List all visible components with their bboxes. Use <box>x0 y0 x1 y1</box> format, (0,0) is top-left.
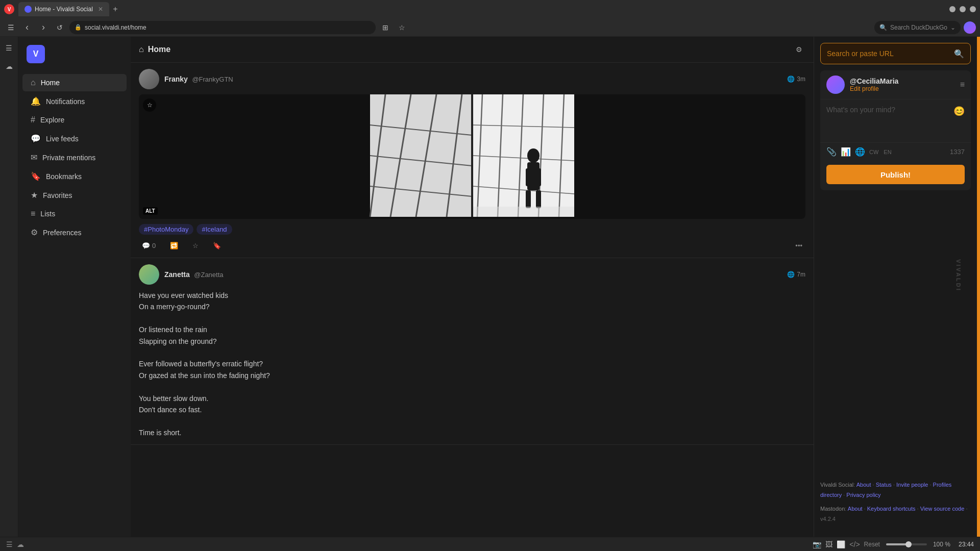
feed-home-icon: ⌂ <box>139 45 144 54</box>
sidebar-item-explore[interactable]: # Explore <box>22 111 127 129</box>
back-button[interactable]: ‹ <box>20 21 34 34</box>
compose-placeholder-text: What's on your mind? <box>826 106 895 114</box>
post-handle-franky: @FrankyGTN <box>192 76 233 83</box>
alt-badge[interactable]: ALT <box>143 207 158 215</box>
footer-vivaldi-social: Vivaldi Social <box>820 482 853 488</box>
post-hashtags-franky: #PhotoMonday #Iceland <box>139 224 805 235</box>
status-code-icon[interactable]: </> <box>849 540 860 548</box>
svg-rect-22 <box>526 168 530 186</box>
tab-close-icon[interactable]: ✕ <box>98 6 103 13</box>
forward-button[interactable]: › <box>37 21 50 34</box>
private-mentions-icon: ✉ <box>31 153 37 162</box>
post-username-franky[interactable]: Franky <box>164 75 188 83</box>
footer-about-link[interactable]: About <box>856 482 871 488</box>
address-bar[interactable]: 🔒 social.vivaldi.net/home <box>69 21 376 34</box>
sidebar-item-home[interactable]: ⌂ Home <box>22 74 127 91</box>
status-sidebar-icon[interactable]: ☰ <box>6 540 13 548</box>
footer-mastodon-about-link[interactable]: About <box>848 506 863 512</box>
minimize-button[interactable] <box>949 6 955 12</box>
compose-area[interactable]: What's on your mind? 😊 <box>820 99 971 142</box>
hashtag-photomonday[interactable]: #PhotoMonday <box>139 224 193 235</box>
right-panel: 🔍 @CeciliaMaria Edit profile ≡ <box>814 37 977 537</box>
post-image-franky <box>139 94 805 217</box>
status-time: 23:44 <box>959 541 974 548</box>
sidebar-label-explore: Explore <box>40 116 64 124</box>
panel-cloud-icon[interactable]: ☁ <box>2 59 16 73</box>
globe-icon: 🌐 <box>787 76 795 83</box>
hashtag-iceland[interactable]: #Iceland <box>197 224 232 235</box>
sidebar-label-lists: Lists <box>40 210 55 218</box>
profile-compose-card: @CeciliaMaria Edit profile ≡ What's on y… <box>820 70 971 190</box>
bookmark-button[interactable]: ☆ <box>395 21 408 34</box>
profile-menu-button[interactable]: ≡ <box>960 80 965 89</box>
app-logo: V <box>27 45 45 63</box>
post-time-text-zanetta: 7m <box>797 271 805 278</box>
bookmark-button-franky[interactable]: 🔖 <box>210 240 224 252</box>
cw-button[interactable]: CW <box>869 149 878 155</box>
sidebar-toggle-button[interactable]: ☰ <box>4 21 17 34</box>
panel-sidebar-icon[interactable]: ☰ <box>2 41 16 55</box>
sidebar-label-home: Home <box>41 79 60 87</box>
emoji-button[interactable]: 😊 <box>953 106 965 117</box>
attach-icon[interactable]: 📎 <box>826 147 837 157</box>
post-card-franky: Franky @FrankyGTN 🌐 3m ☆ <box>131 63 814 258</box>
vivaldi-logo: V <box>4 4 14 14</box>
publish-button[interactable]: Publish! <box>826 165 965 184</box>
browser-search-bar[interactable]: 🔍 Search DuckDuckGo ⌄ <box>874 21 961 34</box>
sidebar-item-bookmarks[interactable]: 🔖 Bookmarks <box>22 167 127 185</box>
footer-source-link[interactable]: View source code <box>920 506 965 512</box>
maximize-button[interactable] <box>960 6 966 12</box>
star-icon: ☆ <box>192 242 199 249</box>
post-text-zanetta: Have you ever watched kids On a merry-go… <box>139 290 805 438</box>
status-screenshot-icon[interactable]: 📷 <box>813 540 821 548</box>
chart-icon[interactable]: 📊 <box>841 147 851 157</box>
home-icon: ⌂ <box>31 78 36 87</box>
profile-header-row: @CeciliaMaria Edit profile ≡ <box>820 70 971 99</box>
reset-label[interactable]: Reset <box>864 541 880 548</box>
globe-compose-icon[interactable]: 🌐 <box>855 147 865 157</box>
grid-button[interactable]: ⊞ <box>379 21 392 34</box>
status-image-icon[interactable]: 🖼 <box>825 540 832 548</box>
profile-avatar <box>826 76 845 94</box>
zoom-slider-thumb[interactable] <box>905 541 912 547</box>
svg-rect-20 <box>526 190 531 208</box>
sidebar-item-notifications[interactable]: 🔔 Notifications <box>22 92 127 110</box>
status-cloud-icon[interactable]: ☁ <box>17 540 24 548</box>
footer-privacy-link[interactable]: Privacy policy <box>846 492 880 498</box>
search-input[interactable] <box>827 49 950 58</box>
footer-invite-link[interactable]: Invite people <box>896 482 928 488</box>
sidebar-item-live-feeds[interactable]: 💬 Live feeds <box>22 130 127 147</box>
status-bar: ☰ ☁ 📷 🖼 ⬜ </> Reset 100 % 23:44 <box>0 537 980 551</box>
post-username-zanetta[interactable]: Zanetta <box>164 270 190 279</box>
sidebar-item-favorites[interactable]: ★ Favorites <box>22 186 127 204</box>
search-box[interactable]: 🔍 <box>820 43 971 64</box>
footer-status-link[interactable]: Status <box>876 482 892 488</box>
close-button[interactable] <box>970 6 976 12</box>
browser-profile-avatar[interactable] <box>964 21 976 34</box>
footer-keyboard-link[interactable]: Keyboard shortcuts <box>867 506 916 512</box>
post-time-franky: 🌐 3m <box>787 76 805 83</box>
new-tab-button[interactable]: + <box>109 3 121 15</box>
profile-edit-link[interactable]: Edit profile <box>850 85 898 92</box>
en-button[interactable]: EN <box>884 149 891 155</box>
active-tab[interactable]: Home - Vivaldi Social ✕ <box>18 2 109 16</box>
sidebar-item-private-mentions[interactable]: ✉ Private mentions <box>22 148 127 166</box>
post-header-franky: Franky @FrankyGTN 🌐 3m <box>139 69 805 89</box>
sidebar-item-preferences[interactable]: ⚙ Preferences <box>22 223 127 241</box>
refresh-button[interactable]: ↺ <box>53 21 66 34</box>
more-button-franky[interactable]: ••• <box>792 240 805 252</box>
chevron-down-icon[interactable]: ⌄ <box>950 24 955 31</box>
tab-bar: Home - Vivaldi Social ✕ + <box>18 2 947 16</box>
zoom-slider[interactable] <box>886 543 927 545</box>
svg-rect-24 <box>473 207 574 217</box>
boost-button-franky[interactable]: 🔁 <box>167 240 181 252</box>
profile-handle[interactable]: @CeciliaMaria <box>850 77 898 85</box>
lock-icon: 🔒 <box>75 24 82 31</box>
favorite-button-franky[interactable]: ☆ <box>189 240 202 252</box>
feed-settings-button[interactable]: ⚙ <box>792 43 805 56</box>
comment-button-franky[interactable]: 💬 0 <box>139 240 159 252</box>
sidebar-item-lists[interactable]: ≡ Lists <box>22 205 127 222</box>
status-window-icon[interactable]: ⬜ <box>837 540 845 548</box>
sidebar-label-favorites: Favorites <box>43 191 72 199</box>
bookmark-overlay-icon[interactable]: ☆ <box>143 98 156 112</box>
